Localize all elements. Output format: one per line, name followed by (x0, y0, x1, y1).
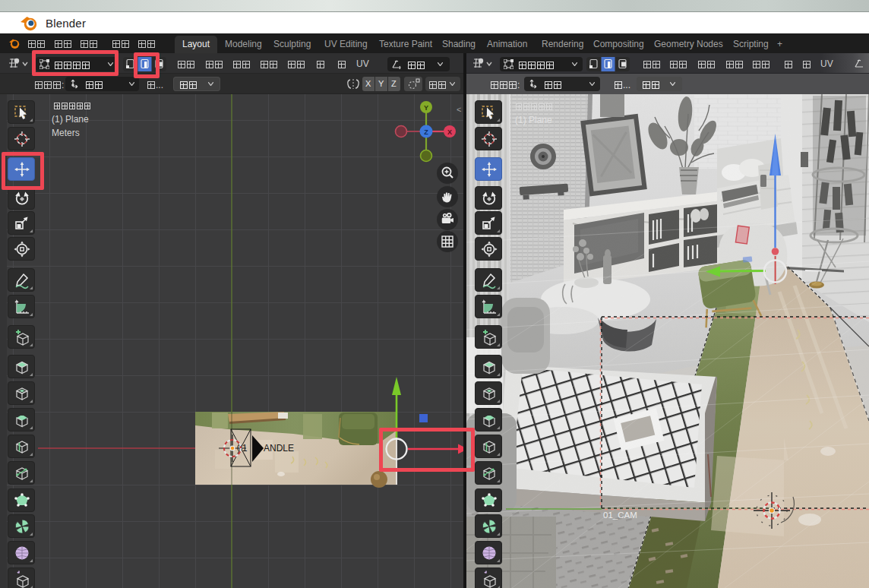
svg-text:<: < (457, 105, 461, 114)
svg-text:X: X (447, 128, 452, 136)
svg-text:ANDLE: ANDLE (264, 443, 294, 454)
svg-text:Z: Z (424, 128, 428, 136)
svg-text:Y: Y (424, 104, 428, 112)
